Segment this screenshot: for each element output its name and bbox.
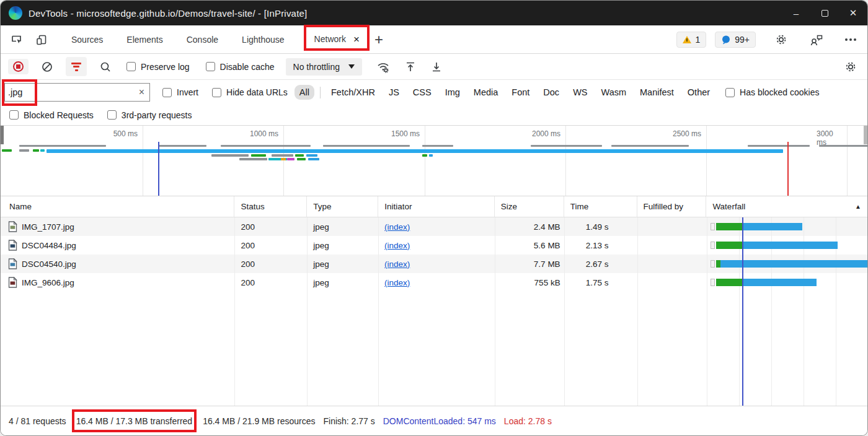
- cell-initiator: (index): [378, 217, 495, 236]
- close-network-tab-icon[interactable]: ×: [353, 34, 360, 45]
- search-button[interactable]: [97, 58, 114, 76]
- column-header-fulfilled-by[interactable]: Fulfilled by: [637, 196, 707, 217]
- filter-type-fetch-xhr[interactable]: Fetch/XHR: [326, 85, 380, 100]
- overview-right-handle[interactable]: [864, 126, 867, 144]
- waterfall-download-bar: [742, 223, 802, 230]
- overview-bar: [422, 145, 453, 147]
- filter-type-css[interactable]: CSS: [408, 85, 436, 100]
- filter-type-other[interactable]: Other: [683, 85, 715, 100]
- filter-button[interactable]: [66, 57, 87, 76]
- more-options-button[interactable]: [843, 36, 859, 43]
- column-border: [495, 217, 495, 406]
- initiator-link[interactable]: (index): [384, 222, 410, 232]
- export-har-button[interactable]: [428, 58, 445, 76]
- filter-type-ws[interactable]: WS: [568, 85, 592, 100]
- initiator-link[interactable]: (index): [384, 278, 410, 287]
- feedback-count-badge[interactable]: 99+: [715, 32, 756, 48]
- overview-bar: [531, 145, 602, 147]
- initiator-link[interactable]: (index): [384, 259, 410, 269]
- column-label: Name: [9, 202, 32, 211]
- tab-console[interactable]: Console: [187, 28, 218, 51]
- close-button[interactable]: ✕: [839, 1, 867, 25]
- search-icon: [99, 61, 112, 73]
- table-row[interactable]: DSC04484.jpg200jpeg(index)5.6 MB2.13 s: [1, 236, 867, 255]
- filter-type-doc[interactable]: Doc: [538, 85, 564, 100]
- window-controls: – ✕: [782, 1, 867, 25]
- has-blocked-cookies-checkbox[interactable]: Has blocked cookies: [725, 87, 819, 97]
- minimize-button[interactable]: –: [782, 1, 810, 25]
- cell-waterfall: [706, 217, 867, 236]
- tab-sources[interactable]: Sources: [71, 28, 103, 51]
- feedback-button[interactable]: [807, 30, 826, 49]
- filter-type-all[interactable]: All: [294, 85, 314, 100]
- waterfall-queue-box: [711, 242, 715, 249]
- tab-elements[interactable]: Elements: [126, 28, 162, 51]
- overview-bar: [40, 149, 45, 152]
- initiator-link[interactable]: (index): [384, 241, 410, 250]
- preserve-log-checkbox[interactable]: Preserve log: [126, 62, 190, 72]
- device-emulation-button[interactable]: [33, 31, 50, 48]
- filter-type-font[interactable]: Font: [507, 85, 534, 100]
- checkbox-icon: [9, 110, 19, 120]
- network-settings-button[interactable]: [841, 58, 860, 76]
- table-row[interactable]: IMG_9606.jpg200jpeg(index)755 kB1.75 s: [1, 273, 867, 292]
- column-label: Initiator: [384, 202, 412, 211]
- column-header-waterfall[interactable]: Waterfall▲: [706, 196, 867, 217]
- overview-bar: [429, 154, 433, 157]
- checkbox-icon: [206, 62, 215, 71]
- tab-lighthouse[interactable]: Lighthouse: [242, 28, 285, 51]
- cell-waterfall: [706, 255, 867, 273]
- throttling-select[interactable]: No throttling: [286, 58, 362, 76]
- requests-summary: 4 / 81 requests: [9, 416, 66, 426]
- column-header-size[interactable]: Size: [495, 196, 564, 217]
- filter-type-js[interactable]: JS: [384, 85, 404, 100]
- record-network-log-button[interactable]: [8, 59, 29, 74]
- checkbox-icon: [212, 88, 221, 97]
- clear-filter-icon[interactable]: ×: [139, 87, 144, 98]
- add-tab-button[interactable]: +: [374, 32, 383, 47]
- filter-input[interactable]: .jpg ×: [4, 83, 150, 102]
- filter-type-img[interactable]: Img: [440, 85, 465, 100]
- resources-summary: 16.4 MB / 21.9 MB resources: [203, 416, 315, 426]
- filter-type-manifest[interactable]: Manifest: [635, 85, 679, 100]
- overview-bar: [323, 145, 410, 147]
- dom-content-loaded-line: [158, 142, 159, 196]
- cell-type: jpeg: [307, 255, 378, 273]
- waterfall-waiting-bar: [716, 260, 720, 268]
- invert-checkbox[interactable]: Invert: [162, 87, 198, 97]
- blocked-requests-checkbox[interactable]: Blocked Requests: [9, 110, 94, 120]
- column-header-type[interactable]: Type: [307, 196, 378, 217]
- upload-arrow-icon: [404, 61, 417, 73]
- filter-type-wasm[interactable]: Wasm: [596, 85, 631, 100]
- sort-ascending-icon: ▲: [855, 203, 861, 210]
- request-name: IMG_9606.jpg: [22, 278, 74, 287]
- network-conditions-button[interactable]: [373, 58, 393, 76]
- chat-bubble-icon: [721, 35, 731, 45]
- import-har-button[interactable]: [402, 58, 419, 76]
- maximize-button[interactable]: [810, 1, 839, 25]
- inspect-element-button[interactable]: [8, 31, 25, 48]
- network-overview-timeline[interactable]: 500 ms1000 ms1500 ms2000 ms2500 ms3000 m…: [1, 126, 867, 196]
- table-row[interactable]: DSC04540.jpg200jpeg(index)7.7 MB2.67 s: [1, 255, 867, 273]
- column-header-initiator[interactable]: Initiator: [378, 196, 495, 217]
- overview-left-handle[interactable]: [1, 126, 4, 144]
- table-row[interactable]: IMG_1707.jpg200jpeg(index)2.4 MB1.49 s: [1, 217, 867, 236]
- overview-bar: [159, 145, 206, 147]
- issues-badge[interactable]: 1: [676, 32, 706, 48]
- overview-bar: [308, 158, 319, 160]
- column-border: [378, 217, 379, 406]
- waterfall-waiting-bar: [716, 223, 742, 230]
- column-label: Size: [501, 202, 517, 211]
- filter-type-media[interactable]: Media: [469, 85, 503, 100]
- hide-data-urls-checkbox[interactable]: Hide data URLs: [212, 87, 288, 97]
- settings-button[interactable]: [772, 30, 790, 49]
- network-status-bar: 4 / 81 requests 16.4 MB / 17.3 MB transf…: [1, 406, 867, 435]
- third-party-requests-checkbox[interactable]: 3rd-party requests: [107, 110, 192, 120]
- column-header-status[interactable]: Status: [234, 196, 307, 217]
- column-header-time[interactable]: Time: [564, 196, 637, 217]
- disable-cache-checkbox[interactable]: Disable cache: [206, 62, 275, 72]
- clear-network-log-button[interactable]: [38, 58, 56, 76]
- overview-gridline: [425, 126, 425, 196]
- tab-network[interactable]: Network ×: [309, 28, 365, 51]
- column-header-name[interactable]: Name: [1, 196, 234, 217]
